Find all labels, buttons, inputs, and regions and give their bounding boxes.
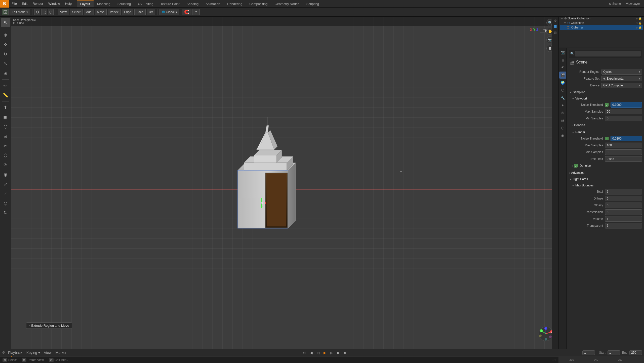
tab-sculpting[interactable]: Sculpting bbox=[114, 0, 134, 7]
tool-cursor[interactable]: ⊕ bbox=[1, 30, 10, 40]
rsi-btn-3[interactable]: ⊟ bbox=[553, 30, 558, 35]
prop-icon-world[interactable]: 🌍 bbox=[559, 79, 566, 86]
next-key-btn[interactable]: ▷ bbox=[329, 350, 334, 355]
keying-btn[interactable]: Keying ▾ bbox=[25, 350, 41, 355]
tool-bevel[interactable]: ⬡ bbox=[1, 122, 10, 131]
transmission-value[interactable]: 6 bbox=[605, 209, 642, 215]
noise-threshold-vp-value[interactable]: 0.1000 bbox=[611, 102, 642, 108]
menu-file[interactable]: File bbox=[9, 0, 19, 7]
start-frame-input[interactable] bbox=[608, 350, 620, 355]
tab-animation[interactable]: Animation bbox=[202, 0, 224, 7]
prev-key-btn[interactable]: ◁ bbox=[316, 350, 320, 355]
min-samples-vp-value[interactable]: 0 bbox=[605, 116, 642, 121]
sampling-dots[interactable]: ⋮⋮ bbox=[635, 90, 641, 94]
transform-dropdown[interactable]: 🌐 Global ▾ bbox=[159, 9, 179, 15]
tool-poly-build[interactable]: ⬡ bbox=[1, 151, 10, 160]
current-frame-input[interactable] bbox=[582, 350, 595, 355]
tool-shrink[interactable]: ◎ bbox=[1, 199, 10, 208]
denoise-render-section[interactable]: › ✓ Denoise bbox=[572, 163, 642, 169]
prop-icon-scene[interactable]: 🎬 bbox=[559, 72, 566, 79]
max-samples-r-value[interactable]: 100 bbox=[605, 143, 642, 148]
tool-move[interactable]: ✛ bbox=[1, 40, 10, 49]
transparent-value[interactable]: 6 bbox=[605, 223, 642, 228]
scene-selector[interactable]: ⚙ Scene bbox=[607, 2, 622, 6]
tab-scripting[interactable]: Scripting bbox=[303, 0, 323, 7]
render-engine-value[interactable]: Cycles ▾ bbox=[601, 69, 642, 75]
playback-btn[interactable]: Playback bbox=[7, 350, 23, 355]
toolbar-icon-3[interactable]: ⬡ bbox=[48, 9, 54, 15]
feature-set-value[interactable]: ⚗ Experimental ▾ bbox=[601, 76, 642, 81]
menu-edit[interactable]: Edit bbox=[19, 0, 30, 7]
tool-annotate[interactable]: ✏ bbox=[1, 81, 10, 90]
outliner-item-scene-collection[interactable]: ▼ ⊙ Scene Collection ⊙ 🔒 bbox=[560, 16, 643, 21]
prop-icon-render[interactable]: 📷 bbox=[559, 49, 566, 56]
prop-icon-particles[interactable]: ✦ bbox=[559, 102, 566, 109]
tool-transform[interactable]: ⊞ bbox=[1, 69, 10, 78]
tab-layout[interactable]: Layout bbox=[77, 0, 94, 7]
tool-inset[interactable]: ▣ bbox=[1, 113, 10, 122]
tool-knife[interactable]: ✂ bbox=[1, 141, 10, 150]
tab-add[interactable]: + bbox=[323, 0, 332, 7]
light-paths-dots[interactable]: ⋮⋮ bbox=[635, 177, 641, 181]
advanced-section[interactable]: › Advanced bbox=[569, 170, 642, 176]
select-menu[interactable]: Select bbox=[70, 9, 83, 15]
tab-texture-paint[interactable]: Texture Paint bbox=[157, 0, 183, 7]
menu-window[interactable]: Window bbox=[46, 0, 62, 7]
max-bounces-section[interactable]: ▼ Max Bounces bbox=[569, 183, 642, 188]
tool-push-pull[interactable]: ⇅ bbox=[1, 208, 10, 217]
timeline-view-btn[interactable]: View bbox=[43, 350, 53, 355]
proportional-edit[interactable]: ⊙ bbox=[192, 9, 200, 15]
view-menu[interactable]: View bbox=[58, 9, 69, 15]
outliner-item-cube[interactable]: ⬡ Cube ⊟ ⊙ 🔒 bbox=[560, 25, 643, 30]
denoise-r-checkbox[interactable]: ✓ bbox=[574, 164, 578, 168]
render-sub-dots[interactable]: ⋮⋮ bbox=[635, 130, 641, 134]
viewport-subsection[interactable]: ▼ Viewport bbox=[569, 96, 642, 101]
outliner-item-collection[interactable]: ▼ ⊙ Collection ⊙ 🔒 bbox=[560, 21, 643, 25]
prop-icon-object[interactable]: ⬡ bbox=[559, 87, 566, 94]
marker-btn[interactable]: Marker bbox=[55, 350, 68, 355]
volume-value[interactable]: 1 bbox=[605, 216, 642, 222]
tab-compositing[interactable]: Compositing bbox=[246, 0, 271, 7]
next-frame-btn[interactable]: ▶ bbox=[336, 350, 341, 355]
vertex-menu[interactable]: Vertex bbox=[108, 9, 121, 15]
prop-icon-data[interactable]: ⬡ bbox=[559, 124, 566, 131]
tool-select[interactable]: ↖ bbox=[1, 18, 10, 27]
toolbar-icon-1[interactable]: ⊙ bbox=[34, 9, 40, 15]
view-layer-selector[interactable]: ViewLayer bbox=[624, 2, 641, 6]
noise-threshold-r-value[interactable]: 0.0100 bbox=[611, 136, 642, 141]
toolbar-icon-2[interactable]: ⬚ bbox=[41, 9, 47, 15]
tab-modeling[interactable]: Modeling bbox=[94, 0, 114, 7]
mode-icon[interactable] bbox=[2, 9, 9, 15]
tool-slide[interactable]: ⤢ bbox=[1, 180, 10, 189]
prev-frame-btn[interactable]: ◀ bbox=[309, 350, 314, 355]
menu-help[interactable]: Help bbox=[62, 0, 74, 7]
prop-icon-modifiers[interactable]: 🔧 bbox=[559, 94, 566, 101]
add-menu[interactable]: Add bbox=[84, 9, 94, 15]
light-paths-section[interactable]: ▼ Light Paths ⋮⋮ bbox=[569, 176, 642, 182]
mesh-menu[interactable]: Mesh bbox=[95, 9, 107, 15]
face-menu[interactable]: Face bbox=[134, 9, 146, 15]
time-limit-value[interactable]: 0 sec bbox=[605, 156, 642, 162]
render-subsection[interactable]: ▼ Render ⋮⋮ bbox=[569, 129, 642, 135]
min-samples-r-value[interactable]: 0 bbox=[605, 149, 642, 155]
tool-rotate[interactable]: ↻ bbox=[1, 50, 10, 59]
prop-icon-view[interactable]: 👁 bbox=[559, 64, 566, 71]
edge-menu[interactable]: Edge bbox=[122, 9, 133, 15]
tool-scale[interactable]: ⤡ bbox=[1, 59, 10, 68]
rsi-btn-1[interactable]: ⊙ bbox=[553, 18, 558, 23]
tool-measure[interactable]: 📏 bbox=[1, 91, 10, 100]
prop-icon-physics[interactable]: ⚛ bbox=[559, 109, 566, 116]
uv-menu[interactable]: UV bbox=[147, 9, 155, 15]
prop-icon-material[interactable]: ◉ bbox=[559, 132, 566, 139]
mode-dropdown[interactable]: Edit Mode ▾ bbox=[10, 9, 30, 15]
menu-render[interactable]: Render bbox=[30, 0, 46, 7]
play-btn[interactable]: ▶ bbox=[323, 350, 327, 355]
properties-search-input[interactable] bbox=[575, 51, 640, 56]
sampling-section[interactable]: ▼ Sampling ⋮⋮ bbox=[569, 89, 642, 95]
diffuse-value[interactable]: 6 bbox=[605, 196, 642, 201]
tool-loop-cut[interactable]: ⊟ bbox=[1, 132, 10, 141]
noise-threshold-vp-checkbox[interactable]: ✓ bbox=[605, 103, 609, 107]
max-samples-vp-value[interactable]: 50 bbox=[605, 109, 642, 114]
total-value[interactable]: 6 bbox=[605, 189, 642, 194]
tab-geometry-nodes[interactable]: Geometry Nodes bbox=[271, 0, 303, 7]
